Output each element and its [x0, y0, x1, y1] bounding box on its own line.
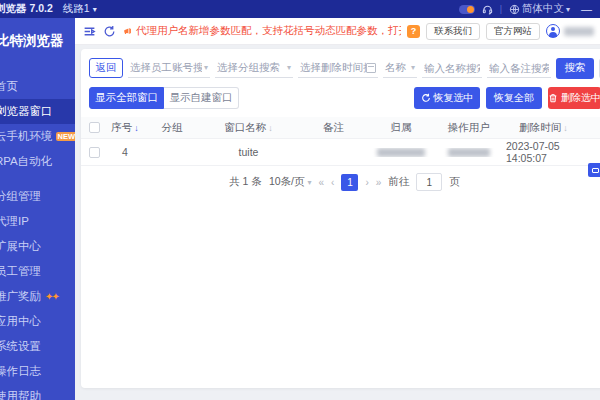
- language-label: 简体中文: [522, 2, 564, 16]
- goto-unit-label: 页: [449, 175, 460, 189]
- official-site-button[interactable]: 官方网站: [486, 23, 540, 40]
- sort-desc-icon[interactable]: ↓: [563, 123, 568, 133]
- announcement-text: 代理用户名新增参数匹配，支持花括号动态匹配参数，打开窗口时自动替换为匹配值。: [123, 24, 401, 38]
- calendar-icon: [366, 63, 376, 73]
- sidebar-item-browser-windows[interactable]: 浏览器窗口: [0, 99, 75, 124]
- sidebar-item-cloud-phone[interactable]: 云手机环境NEW: [0, 124, 75, 149]
- window-icon: [592, 168, 599, 173]
- language-selector[interactable]: 简体中文 ▾: [509, 2, 570, 16]
- cell-window-name: tuite: [239, 146, 259, 158]
- show-all-windows-button[interactable]: 显示全部窗口: [89, 87, 164, 109]
- collapse-sidebar-icon[interactable]: [83, 25, 96, 38]
- chevron-down-icon: ▾: [204, 63, 208, 72]
- col-operator: 操作用户: [448, 121, 490, 135]
- cell-delete-time: 2023-07-05 14:05:07: [506, 140, 581, 164]
- col-seq: 序号: [111, 121, 132, 135]
- show-own-windows-button[interactable]: 显示自建窗口: [164, 87, 239, 109]
- sidebar-item-help[interactable]: 使用帮助: [0, 384, 75, 400]
- sidebar-item-operation-log[interactable]: 操作日志: [0, 359, 75, 384]
- sidebar-item-home[interactable]: 首页: [0, 74, 75, 99]
- sidebar-item-staff[interactable]: 员工管理: [0, 259, 75, 284]
- username-redacted: [564, 27, 594, 36]
- cell-operator-redacted: [448, 148, 490, 157]
- delete-time-filter-select[interactable]: 选择删除时间搜索: [298, 58, 378, 78]
- name-search-input[interactable]: [422, 58, 482, 78]
- goto-label: 前往: [388, 175, 409, 189]
- remark-search-input[interactable]: [487, 58, 551, 78]
- cell-seq: 4: [122, 146, 128, 158]
- theme-toggle[interactable]: [459, 5, 475, 14]
- sidebar-item-app-center[interactable]: 应用中心: [0, 309, 75, 334]
- sidebar-menu: 首页 浏览器窗口 云手机环境NEW RPA自动化 分组管理 代理IP 扩展中心 …: [0, 74, 75, 400]
- col-group: 分组: [162, 121, 183, 135]
- sidebar: 比特浏览器 首页 浏览器窗口 云手机环境NEW RPA自动化 分组管理 代理IP…: [0, 18, 75, 400]
- main-content: 返回 选择员工账号搜索 ▾ 选择分组搜索 ▾ 选择删除时间搜索 名称 ▾ 搜索: [75, 45, 600, 400]
- megaphone-icon: [123, 26, 133, 36]
- help-badge[interactable]: ?: [407, 25, 420, 38]
- sidebar-item-groups[interactable]: 分组管理: [0, 184, 75, 209]
- sidebar-item-referral[interactable]: 推广奖励✦✦: [0, 284, 75, 309]
- restore-all-button[interactable]: 恢复全部: [486, 87, 542, 109]
- toolbar-row: 显示全部窗口 显示自建窗口 恢复选中 恢复全部 删除选中 删除全部: [89, 87, 600, 109]
- cell-owner-redacted: [377, 148, 425, 157]
- filter-row: 返回 选择员工账号搜索 ▾ 选择分组搜索 ▾ 选择删除时间搜索 名称 ▾ 搜索: [89, 57, 600, 79]
- notice-bar: 代理用户名新增参数匹配，支持花括号动态匹配参数，打开窗口时自动替换为匹配值。 ?…: [75, 18, 600, 45]
- sort-desc-icon[interactable]: ↓: [134, 123, 139, 133]
- search-button[interactable]: 搜索: [556, 58, 594, 79]
- sidebar-item-extensions[interactable]: 扩展中心: [0, 234, 75, 259]
- prev-page-button[interactable]: ‹: [331, 177, 334, 188]
- support-headset-icon[interactable]: [482, 4, 493, 15]
- pagination-summary: 共 1 条: [229, 175, 262, 189]
- select-all-checkbox[interactable]: [89, 122, 100, 133]
- sort-desc-icon[interactable]: ↓: [268, 123, 273, 133]
- floating-action-button[interactable]: [588, 163, 600, 177]
- line-selector-label: 线路1: [63, 2, 90, 16]
- group-filter-select[interactable]: 选择分组搜索 ▾: [215, 58, 293, 78]
- sidebar-item-proxy-ip[interactable]: 代理IP: [0, 209, 75, 234]
- search-field-select[interactable]: 名称 ▾: [383, 58, 417, 78]
- restore-icon: [421, 93, 431, 103]
- next-page-button[interactable]: ›: [365, 177, 368, 188]
- col-delete-time: 删除时间: [519, 121, 561, 135]
- delete-selected-button[interactable]: 删除选中: [548, 87, 600, 109]
- minimize-button[interactable]: —: [581, 3, 592, 15]
- globe-icon: [509, 4, 520, 15]
- user-avatar-icon[interactable]: [546, 24, 560, 38]
- back-button[interactable]: 返回: [89, 58, 123, 78]
- last-page-button[interactable]: »: [376, 177, 382, 188]
- col-window-name: 窗口名称: [224, 121, 266, 135]
- titlebar-divider: |: [500, 4, 502, 14]
- contact-us-button[interactable]: 联系我们: [426, 23, 480, 40]
- sidebar-item-rpa[interactable]: RPA自动化: [0, 149, 75, 174]
- current-page-button[interactable]: 1: [341, 174, 358, 191]
- new-badge: NEW: [56, 132, 76, 142]
- sidebar-item-settings[interactable]: 系统设置: [0, 334, 75, 359]
- line-selector[interactable]: 线路1 ▾: [63, 2, 97, 16]
- page-size-select[interactable]: 10条/页 ▾: [269, 175, 312, 189]
- chevron-down-icon: ▾: [566, 5, 570, 14]
- chevron-down-icon: ▾: [307, 178, 311, 187]
- pagination: 共 1 条 10条/页 ▾ « ‹ 1 › » 前往 页: [81, 173, 600, 191]
- chevron-down-icon: ▾: [411, 63, 415, 72]
- trash-windows-card: 返回 选择员工账号搜索 ▾ 选择分组搜索 ▾ 选择删除时间搜索 名称 ▾ 搜索: [81, 49, 600, 388]
- chevron-down-icon: ▾: [93, 5, 97, 14]
- col-remark: 备注: [323, 121, 344, 135]
- row-checkbox[interactable]: [89, 147, 100, 158]
- title-bar: 比特浏览器 7.0.2 线路1 ▾ | 简体中文 ▾ —: [0, 0, 600, 18]
- col-owner: 归属: [391, 121, 412, 135]
- refresh-icon[interactable]: [103, 25, 116, 38]
- deleted-windows-table: 序号↓ 分组 窗口名称↓ 备注 归属 操作用户 删除时间↓ 操作 4 tuite…: [81, 117, 600, 166]
- first-page-button[interactable]: «: [319, 177, 325, 188]
- restore-selected-button[interactable]: 恢复选中: [414, 87, 480, 109]
- goto-page-input[interactable]: [416, 173, 442, 191]
- sparkle-icon: ✦✦: [45, 284, 58, 309]
- app-logo: 比特浏览器: [0, 32, 75, 50]
- chevron-down-icon: ▾: [287, 63, 291, 72]
- table-header-row: 序号↓ 分组 窗口名称↓ 备注 归属 操作用户 删除时间↓ 操作: [81, 117, 600, 139]
- table-row: 4 tuite 2023-07-05 14:05:07: [81, 139, 600, 166]
- trash-icon: [548, 93, 558, 103]
- employee-filter-select[interactable]: 选择员工账号搜索 ▾: [128, 58, 210, 78]
- app-title: 比特浏览器 7.0.2: [0, 2, 53, 16]
